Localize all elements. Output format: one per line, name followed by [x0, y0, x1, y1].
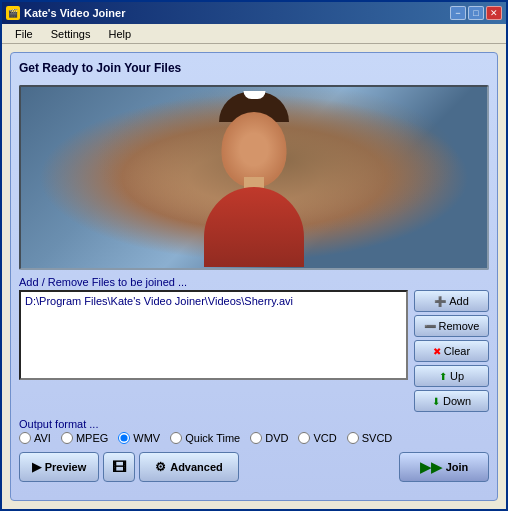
main-content: Get Ready to Join Your Files Add / [2, 44, 506, 509]
video-preview [19, 85, 489, 270]
blue-panel: Get Ready to Join Your Files Add / [10, 52, 498, 501]
radio-quicktime[interactable] [170, 432, 182, 444]
bottom-row: ▶ Preview 🎞 ⚙ Advanced ▶▶ Join [19, 452, 489, 482]
format-dvd[interactable]: DVD [250, 432, 288, 444]
radio-quicktime-label: Quick Time [185, 432, 240, 444]
preview-play-icon: ▶ [32, 460, 41, 474]
radio-wmv-label: WMV [133, 432, 160, 444]
clear-button[interactable]: ✖ Clear [414, 340, 489, 362]
format-section: Output format ... AVI MPEG WMV [19, 418, 489, 444]
add-button[interactable]: ➕ Add [414, 290, 489, 312]
down-icon: ⬇ [432, 396, 440, 407]
down-button[interactable]: ⬇ Down [414, 390, 489, 412]
close-button[interactable]: ✕ [486, 6, 502, 20]
radio-wmv[interactable] [118, 432, 130, 444]
format-wmv[interactable]: WMV [118, 432, 160, 444]
format-avi[interactable]: AVI [19, 432, 51, 444]
filmstrip-button[interactable]: 🎞 [103, 452, 135, 482]
preview-button[interactable]: ▶ Preview [19, 452, 99, 482]
up-button[interactable]: ⬆ Up [414, 365, 489, 387]
title-bar: 🎬 Kate's Video Joiner − □ ✕ [2, 2, 506, 24]
main-window: 🎬 Kate's Video Joiner − □ ✕ File Setting… [0, 0, 508, 511]
down-label: Down [443, 395, 471, 407]
file-action-buttons: ➕ Add ➖ Remove ✖ Clear ⬆ [414, 290, 489, 412]
files-row: D:\Program Files\Kate's Video Joiner\Vid… [19, 290, 489, 412]
title-bar-left: 🎬 Kate's Video Joiner [6, 6, 125, 20]
remove-button[interactable]: ➖ Remove [414, 315, 489, 337]
radio-avi[interactable] [19, 432, 31, 444]
format-section-label: Output format ... [19, 418, 489, 430]
video-image [21, 87, 487, 268]
radio-dvd-label: DVD [265, 432, 288, 444]
radio-vcd-label: VCD [313, 432, 336, 444]
format-mpeg[interactable]: MPEG [61, 432, 108, 444]
up-icon: ⬆ [439, 371, 447, 382]
format-vcd[interactable]: VCD [298, 432, 336, 444]
format-options-row: AVI MPEG WMV Quick Time [19, 432, 489, 444]
face-area [194, 107, 314, 267]
join-label: Join [446, 461, 469, 473]
files-section-label: Add / Remove Files to be joined ... [19, 276, 489, 288]
title-buttons: − □ ✕ [450, 6, 502, 20]
remove-icon: ➖ [424, 321, 436, 332]
person-body [204, 187, 304, 267]
format-quicktime[interactable]: Quick Time [170, 432, 240, 444]
add-icon: ➕ [434, 296, 446, 307]
menu-help[interactable]: Help [99, 25, 140, 43]
radio-avi-label: AVI [34, 432, 51, 444]
radio-mpeg[interactable] [61, 432, 73, 444]
up-label: Up [450, 370, 464, 382]
join-arrow-icon: ▶▶ [420, 459, 442, 475]
person-head [222, 112, 287, 187]
advanced-gear-icon: ⚙ [155, 460, 166, 474]
join-button[interactable]: ▶▶ Join [399, 452, 489, 482]
radio-dvd[interactable] [250, 432, 262, 444]
preview-label: Preview [45, 461, 87, 473]
remove-label: Remove [439, 320, 480, 332]
menu-bar: File Settings Help [2, 24, 506, 44]
format-svcd[interactable]: SVCD [347, 432, 393, 444]
menu-settings[interactable]: Settings [42, 25, 100, 43]
advanced-button[interactable]: ⚙ Advanced [139, 452, 239, 482]
clear-label: Clear [444, 345, 470, 357]
radio-svcd[interactable] [347, 432, 359, 444]
add-label: Add [449, 295, 469, 307]
filmstrip-icon: 🎞 [112, 459, 126, 475]
bottom-left-buttons: ▶ Preview 🎞 ⚙ Advanced [19, 452, 239, 482]
window-title: Kate's Video Joiner [24, 7, 125, 19]
app-icon: 🎬 [6, 6, 20, 20]
advanced-label: Advanced [170, 461, 223, 473]
radio-mpeg-label: MPEG [76, 432, 108, 444]
panel-title: Get Ready to Join Your Files [19, 61, 489, 75]
radio-vcd[interactable] [298, 432, 310, 444]
radio-svcd-label: SVCD [362, 432, 393, 444]
menu-file[interactable]: File [6, 25, 42, 43]
files-section: Add / Remove Files to be joined ... D:\P… [19, 276, 489, 412]
minimize-button[interactable]: − [450, 6, 466, 20]
file-list-box[interactable]: D:\Program Files\Kate's Video Joiner\Vid… [19, 290, 408, 380]
file-list-item: D:\Program Files\Kate's Video Joiner\Vid… [25, 294, 402, 308]
clear-icon: ✖ [433, 346, 441, 357]
maximize-button[interactable]: □ [468, 6, 484, 20]
